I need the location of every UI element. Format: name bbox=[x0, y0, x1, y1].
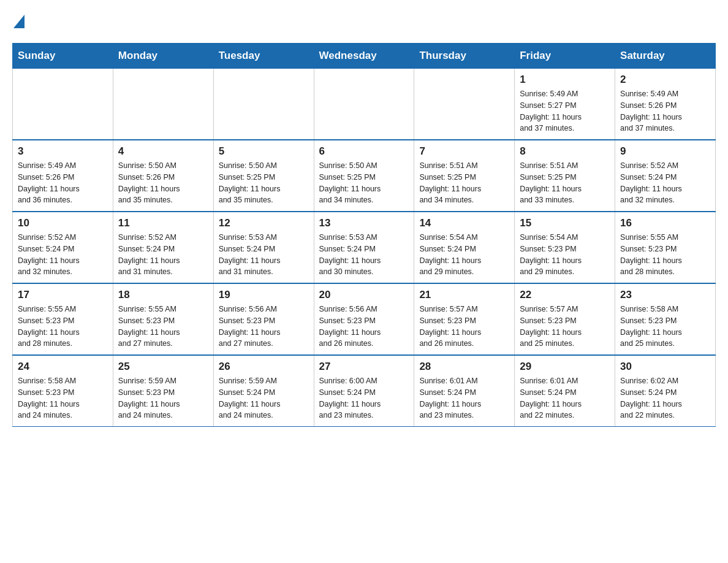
day-number: 9 bbox=[620, 145, 710, 158]
day-number: 17 bbox=[18, 289, 108, 301]
calendar-cell bbox=[113, 69, 213, 140]
calendar-cell: 13Sunrise: 5:53 AM Sunset: 5:24 PM Dayli… bbox=[314, 212, 414, 283]
calendar-cell: 6Sunrise: 5:50 AM Sunset: 5:25 PM Daylig… bbox=[314, 140, 414, 212]
day-number: 13 bbox=[319, 217, 409, 229]
calendar-cell: 4Sunrise: 5:50 AM Sunset: 5:26 PM Daylig… bbox=[113, 140, 213, 212]
day-number: 5 bbox=[219, 145, 309, 158]
day-number: 8 bbox=[520, 145, 610, 158]
day-info: Sunrise: 6:01 AM Sunset: 5:24 PM Dayligh… bbox=[419, 375, 509, 421]
day-number: 7 bbox=[419, 145, 509, 158]
calendar-cell: 28Sunrise: 6:01 AM Sunset: 5:24 PM Dayli… bbox=[414, 355, 515, 427]
day-info: Sunrise: 6:01 AM Sunset: 5:24 PM Dayligh… bbox=[520, 375, 610, 421]
day-number: 2 bbox=[620, 74, 710, 86]
column-header-tuesday: Tuesday bbox=[213, 44, 314, 69]
day-number: 15 bbox=[520, 217, 610, 229]
day-number: 1 bbox=[520, 74, 610, 86]
calendar-header-row: SundayMondayTuesdayWednesdayThursdayFrid… bbox=[13, 44, 716, 69]
calendar-cell: 22Sunrise: 5:57 AM Sunset: 5:23 PM Dayli… bbox=[515, 283, 615, 355]
page-header bbox=[12, 12, 716, 31]
day-info: Sunrise: 5:54 AM Sunset: 5:24 PM Dayligh… bbox=[419, 232, 509, 278]
calendar-cell: 15Sunrise: 5:54 AM Sunset: 5:23 PM Dayli… bbox=[515, 212, 615, 283]
calendar-cell: 21Sunrise: 5:57 AM Sunset: 5:23 PM Dayli… bbox=[414, 283, 515, 355]
day-info: Sunrise: 5:55 AM Sunset: 5:23 PM Dayligh… bbox=[18, 304, 108, 350]
calendar-table: SundayMondayTuesdayWednesdayThursdayFrid… bbox=[12, 43, 716, 427]
day-number: 10 bbox=[18, 217, 108, 229]
calendar-cell bbox=[414, 69, 515, 140]
calendar-cell: 26Sunrise: 5:59 AM Sunset: 5:24 PM Dayli… bbox=[213, 355, 314, 427]
day-info: Sunrise: 5:52 AM Sunset: 5:24 PM Dayligh… bbox=[620, 160, 710, 206]
day-info: Sunrise: 5:52 AM Sunset: 5:24 PM Dayligh… bbox=[118, 232, 208, 278]
day-info: Sunrise: 5:49 AM Sunset: 5:26 PM Dayligh… bbox=[18, 160, 108, 206]
day-info: Sunrise: 5:55 AM Sunset: 5:23 PM Dayligh… bbox=[620, 232, 710, 278]
day-number: 18 bbox=[118, 289, 208, 301]
day-info: Sunrise: 5:50 AM Sunset: 5:26 PM Dayligh… bbox=[118, 160, 208, 206]
calendar-cell: 20Sunrise: 5:56 AM Sunset: 5:23 PM Dayli… bbox=[314, 283, 414, 355]
day-info: Sunrise: 5:58 AM Sunset: 5:23 PM Dayligh… bbox=[620, 304, 710, 350]
calendar-cell: 5Sunrise: 5:50 AM Sunset: 5:25 PM Daylig… bbox=[213, 140, 314, 212]
calendar-cell: 10Sunrise: 5:52 AM Sunset: 5:24 PM Dayli… bbox=[13, 212, 113, 283]
calendar-cell: 18Sunrise: 5:55 AM Sunset: 5:23 PM Dayli… bbox=[113, 283, 213, 355]
calendar-cell: 14Sunrise: 5:54 AM Sunset: 5:24 PM Dayli… bbox=[414, 212, 515, 283]
day-number: 27 bbox=[319, 361, 409, 373]
column-header-friday: Friday bbox=[515, 44, 615, 69]
day-number: 3 bbox=[18, 145, 108, 158]
day-info: Sunrise: 5:57 AM Sunset: 5:23 PM Dayligh… bbox=[520, 304, 610, 350]
calendar-week-3: 10Sunrise: 5:52 AM Sunset: 5:24 PM Dayli… bbox=[13, 212, 716, 283]
day-info: Sunrise: 5:53 AM Sunset: 5:24 PM Dayligh… bbox=[319, 232, 409, 278]
calendar-cell: 29Sunrise: 6:01 AM Sunset: 5:24 PM Dayli… bbox=[515, 355, 615, 427]
column-header-sunday: Sunday bbox=[13, 44, 113, 69]
calendar-cell: 11Sunrise: 5:52 AM Sunset: 5:24 PM Dayli… bbox=[113, 212, 213, 283]
calendar-cell: 24Sunrise: 5:58 AM Sunset: 5:23 PM Dayli… bbox=[13, 355, 113, 427]
day-info: Sunrise: 5:55 AM Sunset: 5:23 PM Dayligh… bbox=[118, 304, 208, 350]
calendar-cell: 23Sunrise: 5:58 AM Sunset: 5:23 PM Dayli… bbox=[615, 283, 716, 355]
day-number: 4 bbox=[118, 145, 208, 158]
calendar-cell bbox=[213, 69, 314, 140]
day-number: 28 bbox=[419, 361, 509, 373]
day-number: 24 bbox=[18, 361, 108, 373]
calendar-cell: 8Sunrise: 5:51 AM Sunset: 5:25 PM Daylig… bbox=[515, 140, 615, 212]
day-number: 30 bbox=[620, 361, 710, 373]
day-number: 6 bbox=[319, 145, 409, 158]
calendar-cell: 2Sunrise: 5:49 AM Sunset: 5:26 PM Daylig… bbox=[615, 69, 716, 140]
calendar-week-2: 3Sunrise: 5:49 AM Sunset: 5:26 PM Daylig… bbox=[13, 140, 716, 212]
column-header-monday: Monday bbox=[113, 44, 213, 69]
column-header-saturday: Saturday bbox=[615, 44, 716, 69]
logo-line1 bbox=[12, 12, 25, 31]
day-number: 25 bbox=[118, 361, 208, 373]
calendar-cell: 27Sunrise: 6:00 AM Sunset: 5:24 PM Dayli… bbox=[314, 355, 414, 427]
calendar-week-4: 17Sunrise: 5:55 AM Sunset: 5:23 PM Dayli… bbox=[13, 283, 716, 355]
day-info: Sunrise: 5:56 AM Sunset: 5:23 PM Dayligh… bbox=[219, 304, 309, 350]
day-number: 20 bbox=[319, 289, 409, 301]
day-number: 14 bbox=[419, 217, 509, 229]
calendar-week-5: 24Sunrise: 5:58 AM Sunset: 5:23 PM Dayli… bbox=[13, 355, 716, 427]
logo-triangle-icon bbox=[13, 15, 25, 28]
day-number: 21 bbox=[419, 289, 509, 301]
day-info: Sunrise: 5:59 AM Sunset: 5:23 PM Dayligh… bbox=[118, 375, 208, 421]
day-number: 19 bbox=[219, 289, 309, 301]
day-info: Sunrise: 5:51 AM Sunset: 5:25 PM Dayligh… bbox=[520, 160, 610, 206]
column-header-thursday: Thursday bbox=[414, 44, 515, 69]
day-number: 29 bbox=[520, 361, 610, 373]
calendar-cell: 30Sunrise: 6:02 AM Sunset: 5:24 PM Dayli… bbox=[615, 355, 716, 427]
day-info: Sunrise: 6:00 AM Sunset: 5:24 PM Dayligh… bbox=[319, 375, 409, 421]
day-info: Sunrise: 5:52 AM Sunset: 5:24 PM Dayligh… bbox=[18, 232, 108, 278]
calendar-week-1: 1Sunrise: 5:49 AM Sunset: 5:27 PM Daylig… bbox=[13, 69, 716, 140]
calendar-cell bbox=[314, 69, 414, 140]
day-info: Sunrise: 5:50 AM Sunset: 5:25 PM Dayligh… bbox=[219, 160, 309, 206]
calendar-cell bbox=[13, 69, 113, 140]
calendar-cell: 7Sunrise: 5:51 AM Sunset: 5:25 PM Daylig… bbox=[414, 140, 515, 212]
day-info: Sunrise: 5:49 AM Sunset: 5:27 PM Dayligh… bbox=[520, 88, 610, 134]
day-info: Sunrise: 5:51 AM Sunset: 5:25 PM Dayligh… bbox=[419, 160, 509, 206]
calendar-cell: 25Sunrise: 5:59 AM Sunset: 5:23 PM Dayli… bbox=[113, 355, 213, 427]
day-info: Sunrise: 5:59 AM Sunset: 5:24 PM Dayligh… bbox=[219, 375, 309, 421]
calendar-cell: 1Sunrise: 5:49 AM Sunset: 5:27 PM Daylig… bbox=[515, 69, 615, 140]
day-number: 26 bbox=[219, 361, 309, 373]
calendar-cell: 9Sunrise: 5:52 AM Sunset: 5:24 PM Daylig… bbox=[615, 140, 716, 212]
day-number: 22 bbox=[520, 289, 610, 301]
column-header-wednesday: Wednesday bbox=[314, 44, 414, 69]
day-number: 12 bbox=[219, 217, 309, 229]
calendar-cell: 3Sunrise: 5:49 AM Sunset: 5:26 PM Daylig… bbox=[13, 140, 113, 212]
day-info: Sunrise: 5:54 AM Sunset: 5:23 PM Dayligh… bbox=[520, 232, 610, 278]
calendar-cell: 12Sunrise: 5:53 AM Sunset: 5:24 PM Dayli… bbox=[213, 212, 314, 283]
day-info: Sunrise: 5:58 AM Sunset: 5:23 PM Dayligh… bbox=[18, 375, 108, 421]
